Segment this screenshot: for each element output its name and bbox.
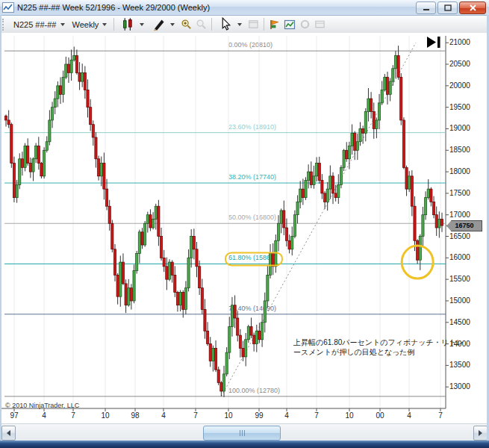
candle [255, 331, 258, 343]
candle [168, 262, 170, 279]
chart-style-button[interactable] [117, 16, 148, 32]
candle [171, 262, 173, 275]
candle [392, 69, 394, 81]
candlestick-style-icon [121, 17, 136, 31]
pointer-mode-button[interactable] [215, 16, 246, 32]
candle [419, 237, 421, 261]
chart-window: N225 ##-## Week 52/1996 - Week 29/2000 (… [0, 0, 489, 448]
candle [29, 164, 31, 172]
candle [228, 327, 231, 353]
candle [321, 181, 323, 193]
candle [237, 318, 239, 335]
candle [105, 189, 108, 206]
candle [258, 331, 261, 340]
candle [196, 249, 198, 267]
toolbar-grip[interactable] [2, 19, 6, 31]
candle [269, 254, 271, 276]
candle [435, 215, 437, 228]
scrollbar-thumb[interactable] [203, 426, 281, 441]
candle [272, 254, 274, 267]
data-box-button[interactable] [312, 17, 327, 31]
interval-label: Weekly [72, 20, 99, 29]
candle [220, 382, 222, 391]
candle [155, 206, 157, 219]
snapshot-button[interactable] [246, 17, 261, 31]
candle [397, 56, 399, 78]
trendline[interactable] [221, 43, 416, 396]
candle [62, 77, 64, 94]
candle [125, 284, 127, 305]
chart-plot-area[interactable]: 0.00% (20810)23.60% (18910)38.20% (17740… [0, 33, 489, 423]
candle [318, 164, 320, 181]
candle [378, 103, 380, 120]
close-button[interactable] [459, 1, 486, 14]
scroll-left-button[interactable] [1, 426, 16, 441]
drawing-tools-button[interactable] [148, 16, 178, 32]
candle [65, 64, 67, 77]
candle [308, 172, 310, 181]
candle [108, 206, 110, 223]
candle [364, 111, 367, 133]
candle [111, 223, 113, 249]
candle [46, 142, 48, 151]
title-bar[interactable]: N225 ##-## Week 52/1996 - Week 29/2000 (… [0, 0, 489, 16]
candle [313, 176, 315, 185]
candle [116, 275, 119, 296]
window-frame-left [0, 15, 1, 441]
candle [128, 288, 130, 305]
candle [381, 90, 383, 103]
interval-selector[interactable]: Weekly [69, 16, 111, 32]
candle [209, 344, 211, 361]
candle [427, 189, 429, 198]
candlestick-chart[interactable] [0, 33, 489, 423]
zoom-out-button[interactable] [193, 17, 208, 31]
candle [98, 159, 100, 176]
candle [285, 228, 287, 240]
reload-button[interactable] [297, 17, 312, 31]
candle [144, 223, 146, 245]
candle [296, 202, 299, 214]
restore-icon [444, 4, 452, 11]
candle [367, 99, 370, 111]
candle [225, 352, 228, 374]
chart-toolbar: N225 ##-## Weekly [0, 16, 489, 34]
candle [400, 77, 402, 120]
horizontal-scrollbar[interactable] [0, 423, 489, 441]
chart-properties-button[interactable] [282, 17, 297, 31]
candle [122, 262, 124, 284]
candle [199, 267, 201, 288]
candle [174, 275, 176, 292]
scroll-right-button[interactable] [473, 426, 488, 441]
candle [187, 258, 190, 287]
candle [394, 56, 396, 69]
instrument-selector[interactable]: N225 ##-## [10, 16, 69, 32]
candle [182, 292, 184, 309]
candle [340, 167, 342, 184]
candle [329, 176, 331, 189]
maximize-button[interactable] [437, 1, 458, 14]
zoom-in-button[interactable] [178, 17, 193, 31]
candle [299, 189, 302, 202]
candle [130, 288, 132, 301]
candle [261, 323, 264, 340]
zoom-out-icon [196, 19, 207, 30]
minimize-button[interactable] [416, 1, 436, 14]
candle [231, 305, 233, 327]
candle [351, 133, 353, 146]
chevron-down-icon [60, 23, 65, 26]
candle [32, 159, 34, 172]
candle [24, 146, 26, 168]
candle [49, 120, 51, 142]
candle [158, 206, 160, 236]
candle [204, 309, 206, 331]
candle [19, 159, 21, 185]
candle [326, 189, 328, 202]
candle [405, 167, 408, 189]
chart-trader-button[interactable] [267, 17, 282, 31]
candle [146, 215, 149, 224]
candle [291, 237, 293, 249]
candle [293, 215, 296, 237]
candle [242, 348, 244, 357]
candle [10, 125, 13, 164]
minimize-icon [423, 4, 430, 11]
